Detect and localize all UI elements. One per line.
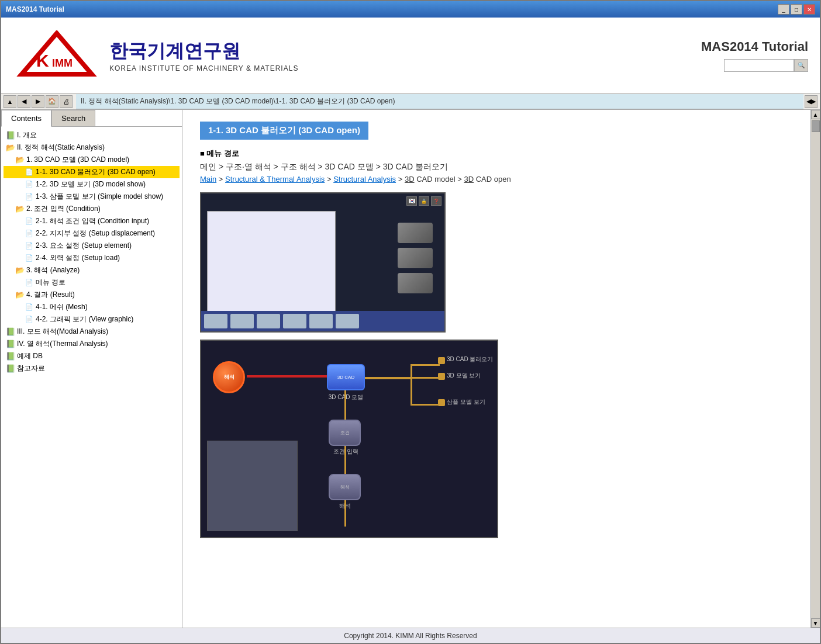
screenshot-1-container: 🇰🇷 🔒 ❓ bbox=[200, 192, 793, 333]
sidebar-item-analyze[interactable]: 📂 3. 해석 (Analyze) bbox=[4, 264, 180, 276]
sidebar-item-modal[interactable]: 📗 III. 모드 해석(Modal Analysis) bbox=[4, 326, 180, 338]
folder-icon: 📂 bbox=[6, 143, 15, 153]
tb1 bbox=[204, 314, 227, 328]
sidebar-item-displacement[interactable]: 📄 2-2. 지지부 설정 (Setup displacement) bbox=[4, 227, 180, 240]
sidebar-item-view-graphic[interactable]: 📄 4-2. 그래픽 보기 (View graphic) bbox=[4, 313, 180, 326]
branch-line bbox=[365, 377, 412, 379]
page-icon-5: 📄 bbox=[25, 229, 34, 238]
sidebar-item-3dmodel-show[interactable]: 📄 1-2. 3D 모델 보기 (3D model show) bbox=[4, 178, 180, 191]
sidebar-item-references[interactable]: 📗 참고자료 bbox=[4, 362, 180, 375]
sidebar-item-menu-path[interactable]: 📄 메뉴 경로 bbox=[4, 276, 180, 289]
app-icon3: ❓ bbox=[431, 196, 441, 206]
right-scrollbar: ▲ ▼ bbox=[810, 110, 820, 628]
sidebar-item-simple-show[interactable]: 📄 1-3. 삼플 모델 보기 (Simple model show) bbox=[4, 191, 180, 203]
page-title: 1-1. 3D CAD 불러오기 (3D CAD open) bbox=[200, 122, 368, 140]
app-title: MAS2014 Tutorial bbox=[701, 39, 808, 54]
window: MAS2014 Tutorial _ □ ✕ K IMM bbox=[0, 0, 821, 644]
tab-search[interactable]: Search bbox=[51, 110, 95, 126]
folder-icon-2: 📂 bbox=[15, 155, 25, 165]
folder-icon-5: 📂 bbox=[15, 290, 25, 300]
sidebar-item-condition[interactable]: 📂 2. 조건 입력 (Condition) bbox=[4, 203, 180, 215]
scroll-down-arrow[interactable]: ▼ bbox=[811, 618, 820, 628]
svg-text:IMM: IMM bbox=[52, 57, 73, 69]
sidebar-item-result[interactable]: 📂 4. 결과 (Result) bbox=[4, 289, 180, 301]
page-icon-9: 📄 bbox=[25, 303, 34, 312]
book-icon-2: 📗 bbox=[6, 327, 15, 337]
minimize-button[interactable]: _ bbox=[778, 4, 789, 15]
cad-model-node: 3D CAD bbox=[327, 364, 365, 390]
tb6 bbox=[336, 314, 359, 328]
canvas-area bbox=[207, 211, 336, 316]
nav-collapse-button[interactable]: ◀▶ bbox=[805, 95, 817, 108]
main-circle-node: 해석 bbox=[213, 361, 245, 393]
book-icon: 📗 bbox=[6, 131, 15, 140]
page-icon-7: 📄 bbox=[25, 254, 34, 263]
close-button[interactable]: ✕ bbox=[803, 4, 815, 15]
node2 bbox=[398, 248, 433, 268]
scroll-up-arrow[interactable]: ▲ bbox=[811, 110, 820, 119]
down-line1 bbox=[344, 390, 346, 420]
sidebar-item-static-analysis[interactable]: 📂 II. 정적 해석(Static Analysis) bbox=[4, 141, 180, 154]
nav-back-button[interactable]: ◀ bbox=[18, 95, 30, 108]
structural-analysis-link[interactable]: Structural Analysis bbox=[333, 175, 396, 183]
scroll-track bbox=[811, 119, 820, 618]
node-area bbox=[386, 223, 421, 298]
app-minimize: 🇰🇷 bbox=[406, 196, 417, 206]
korean-menu-path: 메인 > 구조·열 해석 > 구조 해석 > 3D CAD 모델 > 3D CA… bbox=[200, 162, 793, 172]
maximize-button[interactable]: □ bbox=[791, 4, 802, 15]
title-bar: MAS2014 Tutorial _ □ ✕ bbox=[1, 1, 820, 18]
node3 bbox=[398, 273, 433, 293]
sidebar-item-example-db[interactable]: 📗 예제 DB bbox=[4, 350, 180, 362]
sidebar-item-condition-input[interactable]: 📄 2-1. 해석 조건 입력 (Condition input) bbox=[4, 215, 180, 227]
tab-contents[interactable]: Contents bbox=[1, 110, 51, 127]
content-panel: 1-1. 3D CAD 불러오기 (3D CAD open) ■ 메뉴 경로 메… bbox=[182, 110, 810, 628]
branch-node-2 bbox=[438, 373, 445, 380]
copyright-text: Copyright 2014. KIMM All Rights Reserved bbox=[344, 632, 477, 640]
logo-text-area: 한국기계연구원 KOREA INSTITUTE OF MACHINERY & M… bbox=[109, 39, 298, 72]
sidebar-item-element[interactable]: 📄 2-3. 요소 설정 (Setup element) bbox=[4, 240, 180, 252]
sidebar-item-load[interactable]: 📄 2-4. 외력 설정 (Setup load) bbox=[4, 252, 180, 264]
screenshot-2-container: 해석 3D CAD 3D CAD 모델 bbox=[200, 340, 793, 538]
branch-node-1 bbox=[438, 357, 445, 364]
header-search-button[interactable]: 🔍 bbox=[794, 59, 808, 72]
page-icon-8: 📄 bbox=[25, 278, 34, 288]
canvas-area-2 bbox=[207, 441, 298, 531]
analyze-node: 해석 bbox=[329, 474, 361, 500]
page-icon-2: 📄 bbox=[25, 180, 34, 189]
english-institute-name: KOREA INSTITUTE OF MACHINERY & MATERIALS bbox=[109, 64, 298, 72]
scroll-thumb[interactable] bbox=[812, 120, 820, 132]
menu-path-section: ■ 메뉴 경로 메인 > 구조·열 해석 > 구조 해석 > 3D CAD 모델… bbox=[200, 148, 793, 183]
tb4 bbox=[283, 314, 306, 328]
screenshot-2: 해석 3D CAD 3D CAD 모델 bbox=[200, 340, 498, 538]
branch-line-1 bbox=[410, 364, 440, 366]
sidebar-item-thermal[interactable]: 📗 IV. 열 해석(Thermal Analysis) bbox=[4, 338, 180, 350]
cad-open-label: 3D CAD 불러오기 bbox=[447, 355, 493, 363]
condition-node: 조건 bbox=[329, 420, 361, 446]
sidebar-content: 📗 I. 개요 📂 II. 정적 해석(Static Analysis) 📂 1… bbox=[1, 127, 182, 628]
branch-node-3 bbox=[438, 399, 445, 406]
folder-icon-4: 📂 bbox=[15, 266, 25, 275]
sidebar-item-mesh[interactable]: 📄 4-1. 메쉬 (Mesh) bbox=[4, 301, 180, 313]
main-red-line bbox=[247, 375, 329, 378]
nav-home-button[interactable]: 🏠 bbox=[46, 95, 58, 108]
main-link[interactable]: Main bbox=[200, 175, 216, 183]
window-title: MAS2014 Tutorial bbox=[6, 5, 64, 13]
header: K IMM 한국기계연구원 KOREA INSTITUTE OF MACHINE… bbox=[1, 18, 820, 94]
nav-print-button[interactable]: 🖨 bbox=[60, 95, 73, 108]
page-icon-10: 📄 bbox=[25, 315, 34, 324]
logo-area: K IMM 한국기계연구원 KOREA INSTITUTE OF MACHINE… bbox=[13, 29, 298, 82]
sidebar-item-3dcad-model[interactable]: 📂 1. 3D CAD 모델 (3D CAD model) bbox=[4, 154, 180, 166]
bottom-toolbar bbox=[201, 311, 444, 331]
folder-icon-3: 📂 bbox=[15, 205, 25, 214]
nav-forward-button[interactable]: ▶ bbox=[32, 95, 44, 108]
sidebar-item-overview[interactable]: 📗 I. 개요 bbox=[4, 129, 180, 141]
structural-thermal-link[interactable]: Structural & Thermal Analysis bbox=[225, 175, 325, 183]
sidebar-item-3dcad-open[interactable]: 📄 1-1. 3D CAD 불러오기 (3D CAD open) bbox=[4, 166, 180, 178]
branch-line-3 bbox=[410, 404, 440, 406]
simple-show-label: 삼플 모델 보기 bbox=[447, 398, 485, 406]
header-search-input[interactable] bbox=[724, 59, 794, 72]
window-controls: _ □ ✕ bbox=[778, 4, 815, 15]
book-icon-5: 📗 bbox=[6, 364, 15, 373]
nav-up-button[interactable]: ▲ bbox=[4, 95, 16, 108]
tb5 bbox=[309, 314, 333, 328]
